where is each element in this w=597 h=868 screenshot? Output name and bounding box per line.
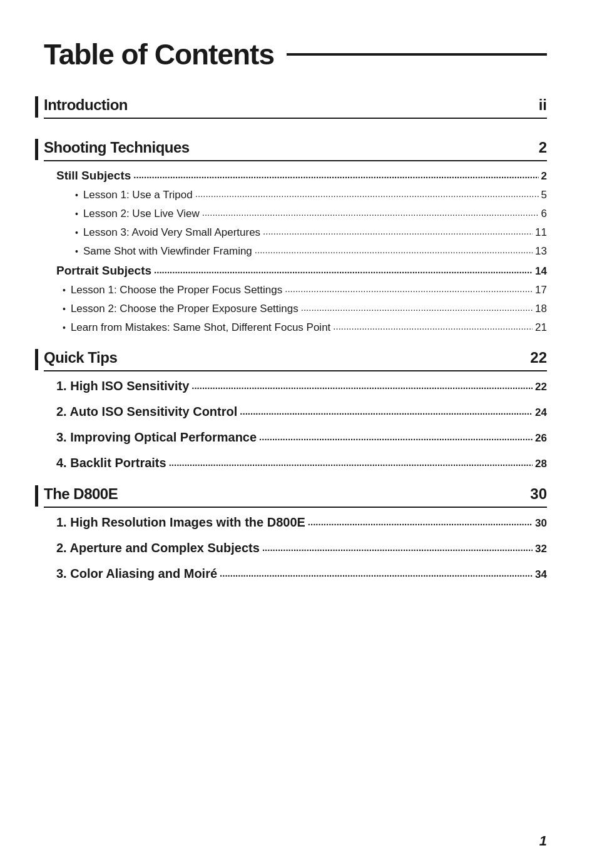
list-item: Still Subjects 2 <box>44 169 547 183</box>
list-item: 1. High Resolution Images with the D800E… <box>44 515 547 530</box>
page-number: 1 <box>539 833 547 849</box>
entry-label: Lesson 1: Use a Tripod <box>83 189 193 201</box>
entry-page: 18 <box>535 303 547 315</box>
entry-page: 32 <box>535 543 547 555</box>
list-item: 3. Improving Optical Performance 26 <box>44 430 547 445</box>
introduction-title: Introduction <box>44 96 128 114</box>
shooting-techniques-header: Shooting Techniques 2 <box>44 139 547 161</box>
entry-page: 11 <box>535 226 547 239</box>
list-item: 3. Color Aliasing and Moiré 34 <box>44 567 547 581</box>
entry-page: 13 <box>535 245 547 258</box>
list-item: 4. Backlit Portraits 28 <box>44 456 547 470</box>
list-item: • Lesson 1: Choose the Proper Focus Sett… <box>44 284 547 296</box>
list-item: • Learn from Mistakes: Same Shot, Differ… <box>44 321 547 334</box>
introduction-header: Introduction ii <box>44 96 547 119</box>
entry-dots <box>240 403 533 418</box>
quick-tips-entries: 1. High ISO Sensitivity 22 2. Auto ISO S… <box>44 379 547 470</box>
quick-tips-header: Quick Tips 22 <box>44 349 547 371</box>
entry-label: Lesson 1: Choose the Proper Focus Settin… <box>71 284 282 296</box>
entry-dots <box>263 225 533 238</box>
quick-tips-title: Quick Tips <box>44 349 117 366</box>
d800e-entries: 1. High Resolution Images with the D800E… <box>44 515 547 581</box>
entry-dots <box>259 429 533 443</box>
entry-dots <box>220 565 533 580</box>
entry-label: 3. Color Aliasing and Moiré <box>56 567 217 581</box>
bullet-icon: • <box>75 190 78 200</box>
list-item: 1. High ISO Sensitivity 22 <box>44 379 547 393</box>
entry-label: 3. Improving Optical Performance <box>56 430 257 445</box>
entry-page: 14 <box>535 265 547 278</box>
entry-label: Same Shot with Viewfinder Framing <box>83 245 252 258</box>
entry-label: Still Subjects <box>56 169 131 183</box>
d800e-section: The D800E 30 1. High Resolution Images w… <box>44 485 547 581</box>
introduction-section: Introduction ii <box>44 96 547 119</box>
entry-dots <box>191 378 533 392</box>
entry-dots <box>255 244 533 256</box>
entry-dots <box>133 168 538 181</box>
entry-label: Learn from Mistakes: Same Shot, Differen… <box>71 321 330 334</box>
entry-dots <box>195 188 539 200</box>
entry-label: 2. Aperture and Complex Subjects <box>56 541 260 555</box>
page-title-section: Table of Contents <box>44 38 547 71</box>
list-item: 2. Aperture and Complex Subjects 32 <box>44 541 547 555</box>
shooting-techniques-section: Shooting Techniques 2 Still Subjects 2 •… <box>44 139 547 334</box>
entry-page: 2 <box>541 170 547 183</box>
entry-page: 6 <box>541 208 547 220</box>
quick-tips-section: Quick Tips 22 1. High ISO Sensitivity 22… <box>44 349 547 470</box>
entry-label: Lesson 2: Use Live View <box>83 208 200 220</box>
entry-page: 34 <box>535 568 547 581</box>
bullet-icon: • <box>75 209 78 219</box>
introduction-page: ii <box>539 96 547 114</box>
list-item: • Lesson 2: Choose the Proper Exposure S… <box>44 303 547 315</box>
entry-dots <box>301 301 533 314</box>
entry-page: 5 <box>541 189 547 201</box>
bullet-icon: • <box>75 246 78 256</box>
list-item: • Lesson 2: Use Live View 6 <box>44 208 547 220</box>
entry-label: 4. Backlit Portraits <box>56 456 166 470</box>
shooting-techniques-entries: Still Subjects 2 • Lesson 1: Use a Tripo… <box>44 169 547 334</box>
bullet-icon: • <box>63 304 66 314</box>
bullet-icon: • <box>63 285 66 295</box>
d800e-header: The D800E 30 <box>44 485 547 508</box>
list-item: 2. Auto ISO Sensitivity Control 24 <box>44 405 547 419</box>
list-item: • Lesson 1: Use a Tripod 5 <box>44 189 547 201</box>
entry-page: 30 <box>535 517 547 530</box>
entry-label: 2. Auto ISO Sensitivity Control <box>56 405 237 419</box>
entry-dots <box>154 263 533 276</box>
bullet-icon: • <box>63 323 66 333</box>
entry-page: 26 <box>535 432 547 445</box>
entry-page: 28 <box>535 458 547 470</box>
title-line <box>287 53 547 56</box>
list-item: • Same Shot with Viewfinder Framing 13 <box>44 245 547 258</box>
quick-tips-page: 22 <box>530 349 547 366</box>
shooting-techniques-page: 2 <box>539 139 547 156</box>
page-title: Table of Contents <box>44 38 274 71</box>
entry-label: Lesson 3: Avoid Very Small Apertures <box>83 226 260 239</box>
entry-dots <box>202 206 539 219</box>
entry-page: 21 <box>535 321 547 334</box>
entry-page: 24 <box>535 406 547 419</box>
entry-page: 17 <box>535 284 547 296</box>
entry-dots <box>333 320 533 333</box>
entry-dots <box>169 455 533 469</box>
entry-label: Lesson 2: Choose the Proper Exposure Set… <box>71 303 298 315</box>
bullet-icon: • <box>75 228 78 238</box>
entry-label: Portrait Subjects <box>56 264 151 278</box>
list-item: • Lesson 3: Avoid Very Small Apertures 1… <box>44 226 547 239</box>
entry-dots <box>308 514 533 528</box>
entry-page: 22 <box>535 381 547 393</box>
entry-dots <box>285 283 533 295</box>
list-item: Portrait Subjects 14 <box>44 264 547 278</box>
d800e-title: The D800E <box>44 485 118 503</box>
entry-dots <box>262 540 533 554</box>
shooting-techniques-title: Shooting Techniques <box>44 139 190 156</box>
d800e-page: 30 <box>530 485 547 503</box>
entry-label: 1. High Resolution Images with the D800E <box>56 515 305 530</box>
entry-label: 1. High ISO Sensitivity <box>56 379 189 393</box>
